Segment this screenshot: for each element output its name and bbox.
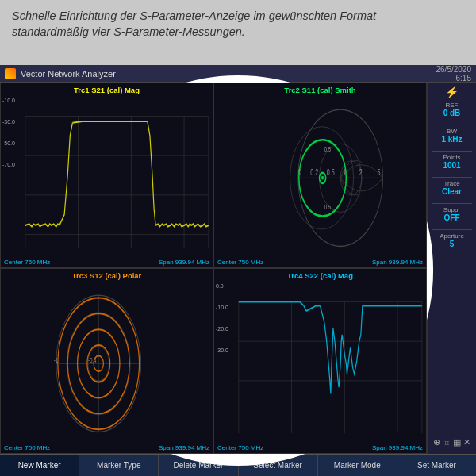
chart3-label: Trc3 S12 (cal) Polar xyxy=(72,271,142,280)
chart3-footer: Center 750 MHz Span 939.94 MHz xyxy=(1,444,213,451)
chart1-footer: Center 750 MHz Span 939.94 MHz xyxy=(1,259,213,266)
chart-trc1: Trc1 S21 (cal) Mag -10.0 -30.0 -50.0 -70… xyxy=(0,83,213,268)
chart3-svg: -1 -0.4 xyxy=(1,269,213,453)
chart4-svg xyxy=(214,269,426,453)
svg-text:0.5: 0.5 xyxy=(327,167,335,177)
title-bar: Vector Network Analyzer 26/5/2020 6:15 xyxy=(0,65,476,83)
vna-icon xyxy=(5,68,16,79)
main-content: Trc1 S21 (cal) Mag -10.0 -30.0 -50.0 -70… xyxy=(0,83,476,454)
chart2-footer: Center 750 MHz Span 939.94 MHz xyxy=(214,259,426,266)
svg-text:0.5: 0.5 xyxy=(324,203,332,212)
chart-trc3: Trc3 S12 (cal) Polar -1 -0.4 xyxy=(0,268,213,454)
chart-trc4: Trc4 S22 (cal) Mag 0.0 -10.0 -20.0 -30.0 xyxy=(213,268,427,454)
svg-text:5: 5 xyxy=(377,167,380,177)
description-text: Schnelle Einrichtung der S-Parameter-Anz… xyxy=(12,8,464,40)
chart4-footer: Center 750 MHz Span 939.94 MHz xyxy=(214,444,426,451)
svg-text:0.2: 0.2 xyxy=(310,167,318,177)
chart2-svg: 0 0.2 0.5 1 2 5 0.5 0.5 xyxy=(214,83,426,267)
chart4-label: Trc4 S22 (cal) Mag xyxy=(287,271,353,280)
analyzer-container: Vector Network Analyzer 26/5/2020 6:15 T… xyxy=(0,65,476,476)
chart1-label: Trc1 S21 (cal) Mag xyxy=(74,86,140,94)
chart2-label: Trc2 S11 (cal) Smith xyxy=(284,86,355,94)
charts-area: Trc1 S21 (cal) Mag -10.0 -30.0 -50.0 -70… xyxy=(0,83,427,454)
svg-point-27 xyxy=(321,176,324,180)
svg-text:0.5: 0.5 xyxy=(324,145,332,154)
description-area: Schnelle Einrichtung der S-Parameter-Anz… xyxy=(0,0,476,65)
chart1-svg xyxy=(1,83,213,267)
chart-trc2: Trc2 S11 (cal) Smith xyxy=(213,83,427,268)
svg-text:2: 2 xyxy=(359,167,363,177)
